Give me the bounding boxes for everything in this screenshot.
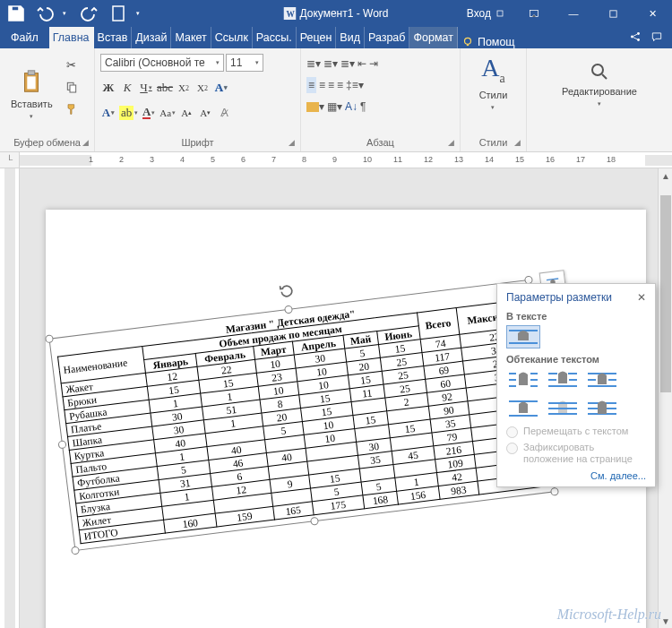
new-doc-icon[interactable]	[108, 3, 129, 24]
text-styles-button[interactable]: A▾	[100, 104, 116, 122]
tab-home[interactable]: Главна	[49, 27, 94, 48]
wrap-tight-button[interactable]	[546, 368, 580, 391]
tab-file[interactable]: Файл	[7, 27, 49, 48]
copy-icon[interactable]	[62, 77, 82, 97]
highlight-button[interactable]: ab▾	[119, 104, 138, 122]
svg-rect-11	[29, 70, 36, 74]
tab-review[interactable]: Рецен	[297, 27, 337, 48]
comments-icon[interactable]	[650, 30, 663, 46]
align-left-button[interactable]: ≡	[306, 77, 316, 93]
clear-formatting-button[interactable]: A̷	[216, 104, 232, 122]
tab-format[interactable]: Формат	[409, 27, 457, 48]
tell-me[interactable]: Помощ	[461, 36, 515, 48]
vertical-scrollbar[interactable]: ▲ ▼	[658, 168, 672, 628]
change-case-button[interactable]: Aa▾	[159, 104, 176, 122]
tab-insert[interactable]: Встав	[94, 27, 133, 48]
resize-handle[interactable]	[45, 334, 54, 343]
increase-indent-button[interactable]: ⇥	[369, 57, 378, 70]
font-size-combo[interactable]: 11▾	[226, 54, 263, 72]
resize-handle[interactable]	[310, 517, 319, 526]
tab-references[interactable]: Ссылк	[211, 27, 253, 48]
save-icon[interactable]	[5, 3, 27, 24]
svg-rect-5	[609, 10, 616, 16]
borders-button[interactable]: ▦▾	[327, 100, 342, 113]
rotate-handle-icon[interactable]	[277, 281, 297, 301]
sign-in-button[interactable]: Вход	[458, 0, 514, 27]
underline-button[interactable]: Ч▾	[138, 79, 154, 97]
multilevel-button[interactable]: ≣▾	[340, 57, 355, 70]
font-name-combo[interactable]: Calibri (Основной те▾	[100, 54, 224, 72]
close-icon[interactable]: ✕	[637, 291, 646, 304]
editing-button[interactable]: Редактирование▾	[556, 57, 642, 111]
superscript-button[interactable]: X2	[194, 79, 211, 97]
paste-button[interactable]: Вставить ▾	[5, 52, 58, 135]
maximize-button[interactable]	[593, 0, 633, 27]
title-bar: ▾ ▾ W Документ1 - Word Вход — ✕	[0, 0, 672, 27]
wrap-front-button[interactable]	[585, 397, 619, 420]
styles-button[interactable]: Aа Стили▾	[479, 54, 508, 111]
wrap-square-button[interactable]	[506, 368, 540, 391]
svg-text:W: W	[286, 10, 295, 19]
close-button[interactable]: ✕	[633, 0, 672, 27]
layout-options-pane: Параметры разметки✕ В тексте Обтекание т…	[496, 283, 656, 487]
scroll-up-icon[interactable]: ▲	[659, 168, 672, 183]
group-font: Calibri (Основной те▾ 11▾ Ж К Ч▾ abc X2 …	[95, 48, 301, 151]
bold-button[interactable]: Ж	[100, 79, 116, 97]
undo-dropdown-icon[interactable]: ▾	[63, 10, 72, 17]
tab-selector[interactable]: └	[0, 152, 20, 168]
font-color-button[interactable]: A▾	[141, 104, 157, 122]
sort-button[interactable]: A↓	[345, 100, 358, 113]
wrap-inline-button[interactable]	[506, 325, 540, 348]
justify-button[interactable]: ≡	[337, 79, 343, 91]
align-right-button[interactable]: ≡	[328, 79, 334, 91]
qat-customize-icon[interactable]: ▾	[136, 10, 145, 17]
line-spacing-button[interactable]: ‡≡▾	[346, 79, 364, 91]
subscript-button[interactable]: X2	[176, 79, 192, 97]
wrap-behind-button[interactable]	[546, 397, 580, 420]
format-painter-icon[interactable]	[62, 99, 82, 119]
wrap-topbottom-button[interactable]	[506, 397, 540, 420]
align-center-button[interactable]: ≡	[319, 79, 325, 91]
dialog-launcher-icon[interactable]: ◢	[82, 138, 89, 147]
watermark: Microsoft-Help.ru	[557, 606, 661, 623]
grow-font-button[interactable]: A▴	[178, 104, 194, 122]
resize-handle[interactable]	[57, 440, 66, 449]
horizontal-ruler[interactable]: └ 123456789101112131415161718	[0, 152, 672, 168]
tab-developer[interactable]: Разраб	[365, 27, 410, 48]
find-icon	[589, 61, 610, 82]
shading-button[interactable]: ▾	[306, 100, 324, 113]
selected-picture-object[interactable]: Магазин " Детская одежда" Наименование О…	[48, 280, 555, 551]
strikethrough-button[interactable]: abc	[157, 79, 173, 97]
opt-fix-position: Зафиксировать положение на странице	[506, 442, 646, 465]
resize-handle[interactable]	[284, 305, 293, 314]
section-wrap: Обтекание текстом	[506, 354, 646, 365]
resize-handle[interactable]	[550, 487, 559, 496]
show-marks-button[interactable]: ¶	[360, 100, 366, 113]
dialog-launcher-icon[interactable]: ◢	[289, 138, 295, 147]
tab-layout[interactable]: Макет	[171, 27, 211, 48]
wrap-through-button[interactable]	[585, 368, 619, 391]
ribbon-display-options-icon[interactable]	[514, 0, 554, 27]
dialog-launcher-icon[interactable]: ◢	[514, 138, 521, 147]
group-label-font: Шрифт◢	[100, 135, 295, 150]
share-icon[interactable]	[629, 30, 642, 46]
bullets-button[interactable]: ≣▾	[306, 57, 321, 70]
tab-mailings[interactable]: Рассы.	[253, 27, 297, 48]
text-effects-button[interactable]: A▾	[213, 79, 229, 97]
see-more-link[interactable]: См. далее...	[506, 470, 646, 481]
redo-icon[interactable]	[79, 3, 100, 24]
italic-button[interactable]: К	[119, 79, 135, 97]
minimize-button[interactable]: —	[554, 0, 593, 27]
tab-view[interactable]: Вид	[336, 27, 365, 48]
dialog-launcher-icon[interactable]: ◢	[448, 138, 454, 147]
resize-handle[interactable]	[71, 546, 80, 555]
tab-design[interactable]: Дизай	[132, 27, 171, 48]
shrink-font-button[interactable]: A▾	[197, 104, 213, 122]
undo-icon[interactable]	[34, 3, 56, 24]
numbering-button[interactable]: ≣▾	[323, 57, 338, 70]
shop-table: Магазин " Детская одежда" Наименование О…	[56, 287, 547, 544]
scrollbar-thumb[interactable]	[660, 195, 671, 392]
vertical-ruler[interactable]	[0, 168, 20, 628]
decrease-indent-button[interactable]: ⇤	[358, 57, 366, 70]
cut-icon[interactable]: ✂	[62, 55, 82, 74]
